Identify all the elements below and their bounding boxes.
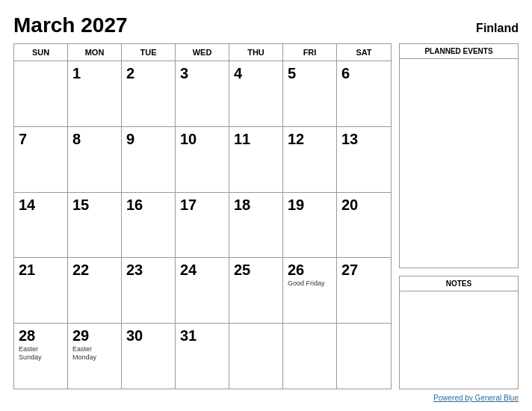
notes-title: NOTES bbox=[400, 276, 518, 291]
calendar-day-cell: 21 bbox=[14, 258, 68, 323]
powered-by-link[interactable]: Powered by General Blue bbox=[433, 394, 519, 402]
country-title: Finland bbox=[476, 22, 519, 35]
calendar-day-cell: 3 bbox=[176, 61, 229, 126]
calendar-week-row: 212223242526Good Friday27 bbox=[14, 258, 391, 324]
calendar-day-cell bbox=[14, 61, 68, 126]
calendar-day-cell: 24 bbox=[176, 258, 229, 323]
day-number: 1 bbox=[72, 64, 81, 82]
day-number: 10 bbox=[180, 130, 197, 148]
calendar-day-cell: 17 bbox=[176, 193, 229, 258]
calendar-header: SUNMONTUEWEDTHUFRISAT bbox=[14, 44, 391, 61]
day-number: 16 bbox=[126, 196, 143, 214]
calendar-day-cell: 29Easter Monday bbox=[68, 324, 122, 389]
day-number: 18 bbox=[234, 196, 250, 214]
day-number: 8 bbox=[72, 130, 81, 148]
day-of-week-header: SUN bbox=[14, 44, 68, 61]
sidebar: PLANNED EVENTS NOTES bbox=[399, 43, 519, 389]
calendar-body: 1234567891011121314151617181920212223242… bbox=[14, 61, 391, 389]
calendar-day-cell: 1 bbox=[68, 61, 122, 126]
calendar-week-row: 28Easter Sunday29Easter Monday3031 bbox=[14, 324, 391, 389]
footer: Powered by General Blue bbox=[13, 394, 519, 402]
event-label: Easter Monday bbox=[72, 345, 117, 362]
calendar-day-cell bbox=[229, 324, 283, 389]
calendar-day-cell: 6 bbox=[337, 61, 391, 126]
calendar-day-cell: 19 bbox=[283, 193, 337, 258]
day-number: 11 bbox=[234, 130, 250, 148]
day-number: 12 bbox=[288, 130, 304, 148]
calendar-day-cell: 14 bbox=[14, 193, 68, 258]
day-number: 25 bbox=[234, 261, 250, 279]
calendar-day-cell: 7 bbox=[14, 127, 68, 192]
calendar-week-row: 14151617181920 bbox=[14, 193, 391, 259]
calendar-day-cell: 28Easter Sunday bbox=[14, 324, 68, 389]
day-number: 9 bbox=[126, 130, 134, 148]
day-of-week-header: MON bbox=[68, 44, 122, 61]
calendar-day-cell: 13 bbox=[337, 127, 391, 192]
calendar-page: March 2027 Finland SUNMONTUEWEDTHUFRISAT… bbox=[0, 0, 532, 411]
day-number: 14 bbox=[19, 196, 35, 214]
day-number: 17 bbox=[180, 196, 197, 214]
calendar-day-cell: 2 bbox=[122, 61, 176, 126]
day-number: 6 bbox=[341, 64, 350, 82]
day-number: 13 bbox=[341, 130, 358, 148]
day-of-week-header: WED bbox=[176, 44, 229, 61]
day-of-week-header: TUE bbox=[122, 44, 176, 61]
calendar-day-cell: 31 bbox=[176, 324, 229, 389]
day-number: 7 bbox=[19, 130, 27, 148]
calendar-day-cell: 27 bbox=[337, 258, 391, 323]
day-number: 4 bbox=[234, 64, 242, 82]
day-number: 22 bbox=[72, 261, 89, 279]
calendar-day-cell: 10 bbox=[176, 127, 229, 192]
event-label: Good Friday bbox=[288, 279, 325, 288]
calendar-day-cell: 23 bbox=[122, 258, 176, 323]
calendar-week-row: 78910111213 bbox=[14, 127, 391, 193]
calendar-day-cell: 25 bbox=[229, 258, 283, 323]
day-number: 26 bbox=[288, 261, 304, 279]
day-number: 31 bbox=[180, 327, 197, 344]
notes-content bbox=[400, 291, 518, 389]
calendar-day-cell bbox=[337, 324, 391, 389]
day-number: 30 bbox=[126, 327, 143, 344]
month-title: March 2027 bbox=[13, 13, 128, 37]
day-number: 28 bbox=[19, 327, 35, 344]
header: March 2027 Finland bbox=[13, 13, 519, 37]
day-number: 15 bbox=[72, 196, 89, 214]
calendar-day-cell: 16 bbox=[122, 193, 176, 258]
day-number: 21 bbox=[19, 261, 35, 279]
calendar-day-cell: 9 bbox=[122, 127, 176, 192]
day-number: 20 bbox=[341, 196, 358, 214]
day-number: 3 bbox=[180, 64, 188, 82]
day-number: 23 bbox=[126, 261, 143, 279]
calendar-day-cell bbox=[283, 324, 337, 389]
day-of-week-header: FRI bbox=[283, 44, 337, 61]
day-of-week-header: SAT bbox=[337, 44, 391, 61]
day-of-week-header: THU bbox=[229, 44, 283, 61]
calendar-day-cell: 11 bbox=[229, 127, 283, 192]
notes-box: NOTES bbox=[399, 276, 519, 389]
calendar-day-cell: 30 bbox=[122, 324, 176, 389]
calendar-day-cell: 4 bbox=[229, 61, 283, 126]
day-number: 2 bbox=[126, 64, 134, 82]
calendar-day-cell: 8 bbox=[68, 127, 122, 192]
day-number: 29 bbox=[72, 327, 89, 344]
calendar-day-cell: 15 bbox=[68, 193, 122, 258]
day-number: 27 bbox=[341, 261, 358, 279]
planned-events-box: PLANNED EVENTS bbox=[399, 43, 519, 268]
calendar-day-cell: 26Good Friday bbox=[283, 258, 337, 323]
calendar-day-cell: 5 bbox=[283, 61, 337, 126]
calendar-week-row: 123456 bbox=[14, 61, 391, 127]
planned-events-content bbox=[400, 59, 518, 268]
calendar: SUNMONTUEWEDTHUFRISAT 123456789101112131… bbox=[13, 43, 392, 389]
calendar-day-cell: 18 bbox=[229, 193, 283, 258]
main-content: SUNMONTUEWEDTHUFRISAT 123456789101112131… bbox=[13, 43, 519, 389]
day-number: 24 bbox=[180, 261, 197, 279]
day-number: 5 bbox=[288, 64, 296, 82]
event-label: Easter Sunday bbox=[19, 345, 63, 362]
planned-events-title: PLANNED EVENTS bbox=[400, 44, 518, 59]
calendar-day-cell: 12 bbox=[283, 127, 337, 192]
calendar-day-cell: 22 bbox=[68, 258, 122, 323]
day-number: 19 bbox=[288, 196, 304, 214]
calendar-day-cell: 20 bbox=[337, 193, 391, 258]
